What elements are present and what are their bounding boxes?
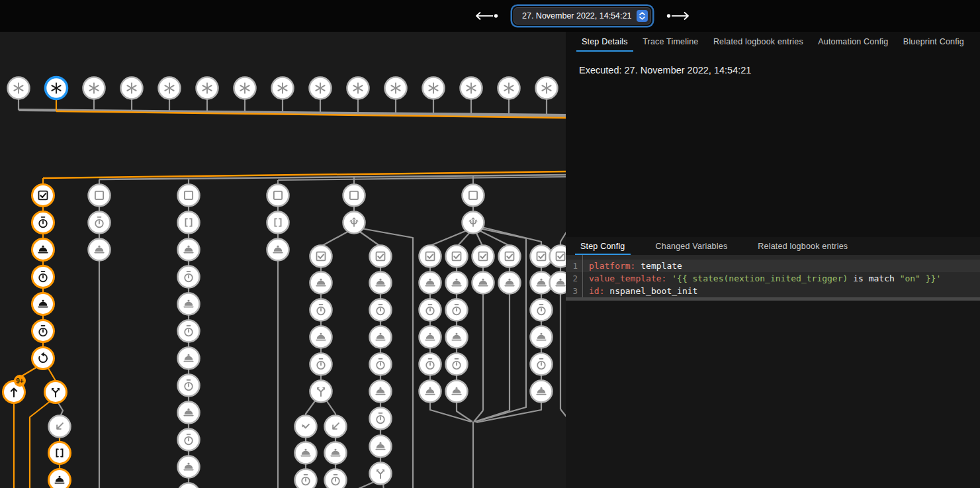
trace-node-bell[interactable] [446,326,468,348]
trace-node-arrow-decision[interactable] [343,212,365,234]
trace-node-bell[interactable] [267,239,289,261]
trace-node-timer[interactable] [420,299,441,321]
trace-node-check-arrow[interactable] [295,416,317,438]
trace-node-asterisk[interactable] [234,77,256,99]
trace-node-bell[interactable] [49,469,71,488]
trace-node-bell[interactable] [370,381,392,403]
trace-node-bell[interactable] [370,326,392,348]
trace-node-bell[interactable] [420,272,441,294]
trace-node-timer[interactable] [370,299,392,321]
trace-node-bell[interactable] [178,456,200,478]
trace-node-arrow-up[interactable]: 9+ [3,375,26,403]
trace-node-asterisk[interactable] [385,77,407,99]
trace-node-brackets[interactable] [178,212,200,234]
trace-node-asterisk[interactable] [197,77,218,99]
tab-changed-variables[interactable]: Changed Variables [650,237,733,255]
tab-step-details[interactable]: Step Details [576,32,633,52]
trace-node-timer[interactable] [531,354,553,375]
run-selector[interactable]: 27. November 2022, 14:54:21 [513,7,651,24]
trace-node-bell[interactable] [446,381,468,403]
trace-node-timer[interactable] [178,266,200,288]
trace-node-asterisk[interactable] [536,77,558,99]
trace-node-asterisk[interactable] [121,77,143,99]
trace-node-bell[interactable] [472,272,494,294]
trace-node-timer[interactable] [295,469,317,488]
trace-node-brackets[interactable] [49,442,71,464]
trace-node-bell[interactable] [531,326,553,348]
trace-node-square[interactable] [178,185,200,207]
code-horizontal-scrollbar[interactable] [566,297,980,301]
trace-node-timer[interactable] [370,354,392,375]
trace-node-bell[interactable] [178,293,200,315]
trace-node-timer[interactable] [178,429,200,451]
trace-node-asterisk[interactable] [46,77,67,99]
trace-node-bell[interactable] [370,436,392,458]
trace-node-asterisk[interactable] [310,77,332,99]
trace-node-bell[interactable] [420,326,441,348]
trace-node-bell[interactable] [32,293,54,315]
tab-automation-config[interactable]: Automation Config [813,32,893,52]
trace-node-asterisk[interactable] [83,77,105,99]
trace-node-timer[interactable] [32,266,54,288]
trace-node-timer[interactable] [446,299,468,321]
trace-node-checkbox-marked[interactable] [310,246,332,268]
trace-node-asterisk[interactable] [347,77,369,99]
trace-node-bell[interactable] [446,272,468,294]
trace-node-bell[interactable] [325,442,347,464]
previous-run-button[interactable] [471,9,502,23]
trace-node-square[interactable] [343,185,365,207]
trace-node-bell[interactable] [178,348,200,369]
next-run-button[interactable] [663,9,693,23]
trace-node-bell[interactable] [89,239,111,261]
tab-trace-timeline[interactable]: Trace Timeline [637,32,703,52]
tab-step-config[interactable]: Step Config [575,237,631,255]
trace-node-call-split[interactable] [310,381,332,403]
trace-node-bell[interactable] [531,381,553,403]
trace-node-checkbox-marked[interactable] [32,185,54,207]
trace-node-asterisk[interactable] [272,77,294,99]
trace-node-call-split[interactable] [370,463,392,485]
trace-node-timer[interactable] [178,375,200,397]
trace-node-timer[interactable] [178,320,200,342]
trace-node-square[interactable] [267,185,289,207]
trace-node-timer[interactable] [32,212,54,234]
trace-node-bell[interactable] [310,272,332,294]
trace-node-asterisk[interactable] [461,77,482,99]
trace-node-asterisk[interactable] [159,77,181,99]
trace-node-timer[interactable] [310,299,332,321]
trace-node-bell[interactable] [420,381,441,403]
tab-related-logbook-entries[interactable]: Related logbook entries [752,237,853,255]
trace-node-bell[interactable] [178,402,200,424]
trace-node-checkbox-marked[interactable] [472,246,494,268]
trace-node-timer[interactable] [310,354,332,375]
trace-node-timer[interactable] [420,354,441,375]
trace-node-bell[interactable] [32,239,54,261]
trace-node-checkbox-marked[interactable] [499,246,521,268]
trace-node-arrow-decision[interactable] [463,212,484,234]
trace-node-asterisk[interactable] [8,77,30,99]
trace-node-bell[interactable] [295,442,317,464]
trace-node-brackets[interactable] [267,212,289,234]
trace-node-timer[interactable] [32,320,54,342]
trace-node-bell[interactable] [310,326,332,348]
trace-node-timer[interactable] [446,354,468,375]
trace-node-square[interactable] [463,185,484,207]
trace-node-checkbox-marked[interactable] [370,246,392,268]
trace-node-timer[interactable] [531,299,553,321]
trace-node-bell[interactable] [499,272,521,294]
trace-node-checkbox-marked[interactable] [446,246,468,268]
trace-node-timer[interactable] [178,483,200,488]
trace-node-call-split[interactable] [45,381,67,403]
trace-node-square[interactable] [89,185,111,207]
trace-node-arrow-bottom-left[interactable] [325,416,347,438]
tab-related-logbook-entries[interactable]: Related logbook entries [708,32,809,52]
trace-node-timer[interactable] [370,408,392,430]
trace-node-timer[interactable] [89,212,111,234]
trace-node-asterisk[interactable] [423,77,445,99]
trace-node-bell[interactable] [370,272,392,294]
trace-node-bell[interactable] [178,239,200,261]
tab-blueprint-config[interactable]: Blueprint Config [898,32,969,52]
trace-node-repeat[interactable] [32,348,54,369]
trace-node-arrow-bottom-left[interactable] [49,416,71,438]
trace-node-asterisk[interactable] [498,77,520,99]
